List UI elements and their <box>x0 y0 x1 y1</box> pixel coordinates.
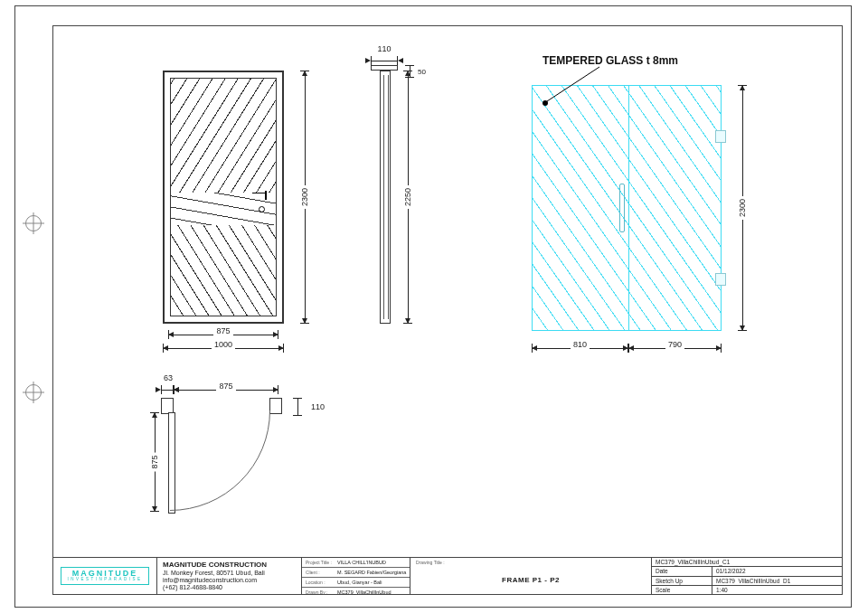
dim-side-height: 2250 <box>401 71 414 324</box>
annotation-leader-dot-icon <box>542 100 548 106</box>
scale-key: Scale <box>652 586 712 594</box>
company-info: MAGNITUDE CONSTRUCTION Jl. Monkey Forest… <box>157 558 302 594</box>
dim-label: 790 <box>665 340 684 349</box>
door-handle-icon <box>252 193 265 194</box>
date-key: Date <box>652 567 712 575</box>
glass-hinge-icon <box>715 273 726 286</box>
location-val: Ubud, Gianyar - Bali <box>337 580 382 585</box>
company-email: info@magnitudeconstruction.com <box>163 577 296 584</box>
dim-door-front-height: 2300 <box>298 71 311 324</box>
sketchup-val: MC379_VillaChillInUbud_D1 <box>712 578 842 584</box>
company-name: MAGNITUDE CONSTRUCTION <box>163 561 296 570</box>
logo-tagline: INVESTINPARADISE <box>67 578 142 582</box>
dim-label: 875 <box>216 382 235 391</box>
dim-plan-swing-radius: 875 <box>148 412 161 512</box>
dim-label: 1000 <box>212 340 235 349</box>
door-plank-pattern <box>171 79 276 316</box>
project-title-val: VILLA CHILL'INUBUD <box>337 560 386 565</box>
glass-divider <box>628 86 629 330</box>
door-leaf <box>170 78 277 316</box>
door-jamb <box>269 398 282 414</box>
project-info: Project Title : VILLA CHILL'INUBUD Clien… <box>302 558 410 594</box>
dim-label: 2300 <box>738 196 747 220</box>
title-block: MAGNITUDE INVESTINPARADISE MAGNITUDE CON… <box>52 557 843 595</box>
location-key: Location : <box>306 580 337 585</box>
glass-double-panel <box>532 85 722 331</box>
dim-plan-jamb: 63 <box>161 383 174 396</box>
dim-label: 2250 <box>403 185 412 209</box>
client-val: M. SEGARD Fabien/Georgiana <box>337 570 406 575</box>
drawing-title-block: Drawing Title : FRAME P1 - P2 <box>410 558 652 594</box>
glass-hinge-icon <box>715 130 726 143</box>
drawing-title-header: Drawing Title : <box>410 558 651 565</box>
annotation-leader-line <box>545 71 609 103</box>
annotation-tempered-glass: TEMPERED GLASS t 8mm <box>542 54 678 67</box>
project-title-key: Project Title : <box>306 560 337 565</box>
company-phone: (+62) 812-4688-8840 <box>163 584 296 591</box>
dim-glass-right-leaf: 790 <box>628 342 722 354</box>
dim-label: 2300 <box>300 185 309 209</box>
drawing-title: FRAME P1 - P2 <box>410 565 651 594</box>
drawing-sheet: 2300 875 1000 110 50 2250 63 <box>0 0 868 613</box>
revision-block: MC379_VillaChillInUbud_C1 Date 01/12/202… <box>652 558 842 594</box>
drawnby-key: Drawn By : <box>306 589 337 595</box>
client-key: Client : <box>306 570 337 575</box>
dim-glass-height: 2300 <box>736 85 749 331</box>
dim-label: 50 <box>415 68 429 76</box>
dim-door-overall-width: 1000 <box>163 342 284 354</box>
dim-label: 810 <box>571 340 590 349</box>
svg-line-0 <box>547 67 599 101</box>
dim-label: 875 <box>150 452 159 471</box>
scale-val: 1:40 <box>712 587 842 593</box>
dim-plan-depth: 110 <box>291 398 304 416</box>
drawnby-val: MC379_VillaChillInUbud <box>337 589 392 595</box>
dim-label: 110 <box>308 402 327 411</box>
dim-glass-left-leaf: 810 <box>532 342 628 354</box>
dim-plan-leaf: 875 <box>174 383 278 396</box>
company-logo: MAGNITUDE INVESTINPARADISE <box>53 558 157 594</box>
dim-label: 110 <box>374 44 393 53</box>
door-front-elevation <box>163 71 284 324</box>
dim-side-cap-width: 110 <box>371 54 398 67</box>
center-mark-icon <box>25 215 42 231</box>
dim-label: 875 <box>213 326 232 335</box>
dim-door-leaf-width: 875 <box>168 328 278 341</box>
file-id: MC379_VillaChillInUbud_C1 <box>652 559 842 565</box>
company-addr: Jl. Monkey Forest, 80571 Ubud, Bali <box>163 570 296 577</box>
date-val: 01/12/2022 <box>712 568 842 574</box>
center-mark-icon <box>25 384 42 401</box>
dim-label: 63 <box>161 373 175 382</box>
door-side-profile <box>380 71 391 324</box>
door-plan-view <box>161 398 306 542</box>
sketchup-key: Sketch Up <box>652 577 712 585</box>
glass-handle-icon <box>619 184 625 232</box>
